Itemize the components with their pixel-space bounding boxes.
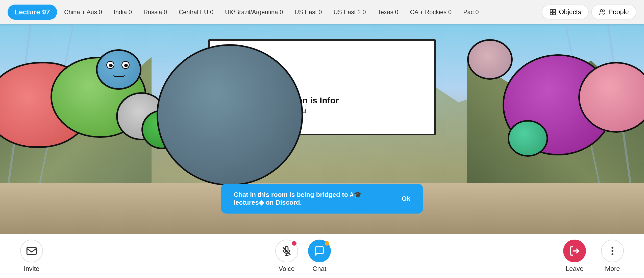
leave-label: Leave	[566, 265, 584, 273]
objects-label: Objects	[559, 8, 581, 16]
chat-label: Chat	[313, 265, 327, 273]
invite-icon-container	[20, 240, 43, 262]
nav-tab-texas[interactable]: Texas 0	[373, 6, 403, 18]
center-actions: Voice Chat	[275, 240, 331, 273]
envelope-icon	[26, 245, 37, 257]
nav-tab-ca-rockies[interactable]: CA + Rockies 0	[405, 6, 456, 18]
chat-banner-text: Chat in this room is being bridged to #🎓…	[234, 191, 389, 206]
face-eye-left	[106, 61, 114, 69]
people-label: People	[608, 8, 629, 16]
nav-tab-us-east[interactable]: US East 0	[290, 6, 327, 18]
invite-action[interactable]: Invite	[20, 240, 43, 273]
room-button[interactable]: Lecture 97	[8, 5, 57, 20]
objects-button[interactable]: Objects	[542, 5, 589, 19]
nav-tab-china-aus[interactable]: China + Aus 0	[60, 6, 107, 18]
face-eye-right	[121, 61, 130, 69]
svg-point-13	[611, 250, 613, 252]
face-pupil-right	[124, 64, 128, 67]
more-dots-icon	[607, 245, 618, 257]
svg-rect-1	[553, 9, 555, 12]
nav-tab-central-eu[interactable]: Central EU 0	[174, 6, 218, 18]
voice-icon-container	[275, 240, 298, 262]
nav-tab-uk-brazil[interactable]: UK/Brazil/Argentina 0	[220, 6, 287, 18]
leave-icon-container	[563, 240, 586, 262]
svg-point-12	[611, 247, 613, 249]
svg-point-4	[600, 9, 603, 12]
bottom-bar: Invite Voice	[0, 234, 644, 278]
voice-label: Voice	[279, 265, 295, 273]
top-navigation: Lecture 97 China + Aus 0 India 0 Russia …	[0, 0, 644, 24]
voice-indicator-dot	[292, 241, 296, 246]
nav-tab-pac[interactable]: Pac 0	[459, 6, 483, 18]
people-button[interactable]: People	[591, 5, 636, 19]
chat-indicator-dot	[325, 241, 329, 246]
invite-label: Invite	[24, 265, 39, 273]
avatar-teal-small	[508, 120, 548, 157]
more-action[interactable]: More	[601, 240, 624, 273]
avatar-mauve	[467, 39, 513, 80]
avatar-face-blue	[96, 49, 141, 90]
chat-banner-ok-button[interactable]: Ok	[402, 195, 410, 203]
svg-point-14	[611, 253, 613, 255]
nav-tab-india[interactable]: India 0	[109, 6, 136, 18]
objects-icon	[549, 9, 556, 16]
avatar-dark-gray-huge	[157, 44, 303, 186]
svg-rect-2	[550, 12, 552, 15]
chat-action[interactable]: Chat	[308, 240, 331, 273]
face-pupil-left	[109, 64, 113, 67]
voice-action[interactable]: Voice	[275, 240, 298, 273]
nav-tab-us-east-2[interactable]: US East 2 0	[329, 6, 370, 18]
leave-icon	[569, 245, 580, 257]
people-icon	[599, 9, 606, 16]
chat-icon	[314, 245, 325, 257]
more-label: More	[605, 265, 620, 273]
face-mouth	[113, 74, 125, 77]
chat-icon-container	[308, 240, 331, 262]
svg-rect-0	[550, 9, 552, 12]
leave-action[interactable]: Leave	[563, 240, 586, 273]
chat-bridge-banner: Chat in this room is being bridged to #🎓…	[221, 184, 423, 214]
svg-rect-5	[27, 247, 36, 254]
nav-tab-russia[interactable]: Russia 0	[139, 6, 171, 18]
svg-rect-3	[553, 12, 555, 15]
more-icon-container	[601, 240, 624, 262]
virtual-scene: 1729 Lecture 6: Regulation is Infor Prod…	[0, 24, 644, 234]
microphone-icon	[281, 245, 292, 257]
